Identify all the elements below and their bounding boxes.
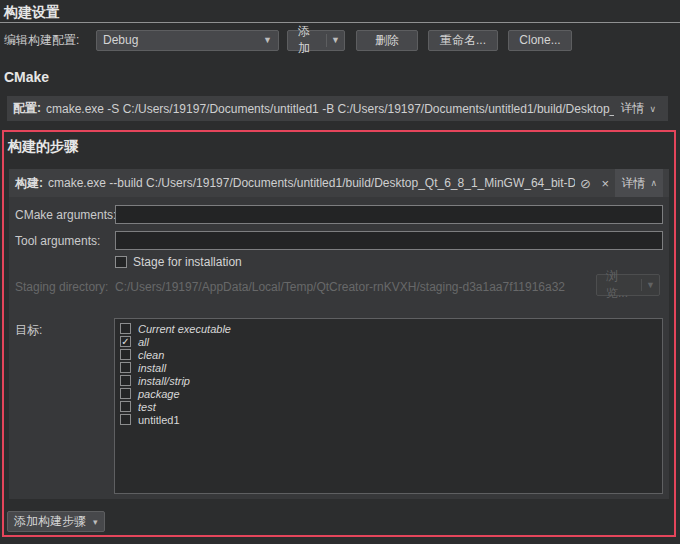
target-checkbox[interactable] — [120, 349, 131, 360]
browse-button: 浏览... ▼ — [596, 274, 660, 296]
edit-config-row: 编辑构建配置: Debug ▼ 添加 ▼ 删除 重命名... Clone... — [4, 29, 680, 51]
build-config-select[interactable]: Debug ▼ — [96, 30, 279, 51]
targets-list[interactable]: Current executable ✓ all clean install i… — [114, 318, 663, 494]
target-checkbox[interactable]: ✓ — [120, 336, 131, 347]
staging-directory-label: Staging directory: — [15, 280, 108, 294]
tool-arguments-input[interactable] — [115, 231, 663, 250]
target-list-item[interactable]: package — [117, 387, 660, 400]
target-checkbox[interactable] — [120, 323, 131, 334]
stage-for-installation-row: Stage for installation — [115, 255, 242, 269]
target-list-item[interactable]: clean — [117, 348, 660, 361]
chevron-down-icon: ▾ — [93, 517, 98, 527]
details-label: 详情 — [620, 100, 644, 117]
target-list-item[interactable]: install — [117, 361, 660, 374]
staging-directory-value: C:/Users/19197/AppData/Local/Temp/QtCrea… — [115, 280, 581, 294]
clone-config-button[interactable]: Clone... — [508, 30, 572, 51]
tool-arguments-label: Tool arguments: — [15, 234, 100, 248]
target-label: test — [138, 401, 156, 413]
build-step-panel: 构建: cmake.exe --build C:/Users/19197/Doc… — [9, 169, 669, 499]
chevron-down-icon: ∨ — [649, 104, 656, 114]
browse-button-label: 浏览... — [597, 268, 641, 302]
cmake-command-text: cmake.exe -S C:/Users/19197/Documents/un… — [46, 102, 614, 116]
target-checkbox[interactable] — [120, 362, 131, 373]
add-build-step-button[interactable]: 添加构建步骤 ▾ — [7, 511, 105, 532]
cmake-section-title: CMake — [4, 69, 49, 85]
cmake-summary-row: 配置: cmake.exe -S C:/Users/19197/Document… — [7, 96, 668, 121]
target-list-item[interactable]: untitled1 — [117, 413, 660, 426]
build-config-value: Debug — [103, 33, 257, 47]
target-checkbox[interactable] — [120, 414, 131, 425]
title-underline — [0, 22, 680, 23]
chevron-down-icon: ▼ — [263, 35, 272, 45]
remove-step-icon[interactable]: × — [595, 176, 615, 191]
target-list-item[interactable]: ✓ all — [117, 335, 660, 348]
cmake-arguments-input[interactable] — [115, 205, 663, 224]
chevron-up-icon: ∧ — [650, 178, 657, 188]
target-label: clean — [138, 349, 164, 361]
chevron-down-icon: ▼ — [646, 280, 655, 290]
build-step-summary-row: 构建: cmake.exe --build C:/Users/19197/Doc… — [9, 169, 669, 197]
target-list-item[interactable]: test — [117, 400, 660, 413]
add-config-label: 添加 — [288, 23, 326, 57]
disable-step-icon[interactable]: ⊘ — [575, 176, 595, 191]
target-list-item[interactable]: Current executable — [117, 322, 660, 335]
target-checkbox[interactable] — [120, 401, 131, 412]
button-divider — [326, 34, 327, 47]
target-checkbox[interactable] — [120, 375, 131, 386]
stage-checkbox[interactable] — [115, 256, 127, 268]
stage-checkbox-label: Stage for installation — [133, 255, 242, 269]
page-title: 构建设置 — [4, 4, 60, 22]
target-checkbox[interactable] — [120, 388, 131, 399]
target-list-item[interactable]: install/strip — [117, 374, 660, 387]
details-label: 详情 — [621, 175, 645, 192]
build-steps-title: 构建的步骤 — [8, 138, 78, 156]
target-label: untitled1 — [138, 414, 180, 426]
target-label: Current executable — [138, 323, 231, 335]
remove-config-button[interactable]: 删除 — [356, 30, 418, 51]
target-label: install/strip — [138, 375, 190, 387]
build-step-command-text: cmake.exe --build C:/Users/19197/Documen… — [48, 176, 575, 190]
cmake-details-button[interactable]: 详情 ∨ — [614, 96, 662, 121]
chevron-down-icon[interactable]: ▼ — [331, 35, 340, 45]
target-label: install — [138, 362, 166, 374]
target-label: package — [138, 388, 180, 400]
add-config-button[interactable]: 添加 ▼ — [287, 30, 345, 51]
build-step-label: 构建: — [15, 175, 43, 192]
step-details-button[interactable]: 详情 ∧ — [615, 169, 663, 197]
edit-config-label: 编辑构建配置: — [4, 32, 79, 49]
targets-label: 目标: — [15, 322, 42, 339]
cmake-arguments-label: CMake arguments: — [15, 208, 116, 222]
build-steps-section: 构建的步骤 构建: cmake.exe --build C:/Users/191… — [2, 130, 676, 537]
add-build-step-label: 添加构建步骤 — [14, 513, 86, 530]
button-divider — [641, 279, 642, 291]
cmake-summary-label: 配置: — [13, 100, 41, 117]
target-label: all — [138, 336, 149, 348]
rename-config-button[interactable]: 重命名... — [428, 30, 498, 51]
